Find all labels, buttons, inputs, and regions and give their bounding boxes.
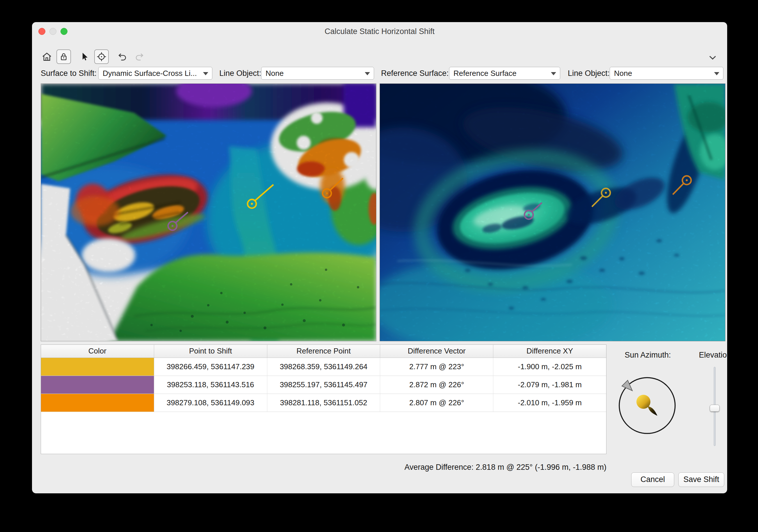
difference-vector-cell: 2.777 m @ 223°: [380, 358, 493, 376]
surface-to-shift-label: Surface to Shift:: [41, 67, 97, 80]
table-header-row: Color Point to Shift Reference Point Dif…: [41, 345, 606, 358]
points-table: Color Point to Shift Reference Point Dif…: [41, 345, 606, 454]
home-button[interactable]: [40, 50, 54, 64]
redo-icon: [134, 51, 145, 62]
cancel-button[interactable]: Cancel: [631, 472, 674, 487]
reference-surface-select[interactable]: Reference Surface: [449, 67, 560, 80]
elevation-label: Elevation:: [693, 350, 727, 360]
line-object-right-select[interactable]: None: [610, 67, 723, 80]
window-title: Calculate Static Horizontal Shift: [32, 22, 727, 41]
lock-icon: [58, 51, 69, 62]
redo-button: [132, 50, 147, 64]
reference-surface-value: Reference Surface: [454, 69, 517, 78]
sun-azimuth-label: Sun Azimuth:: [614, 350, 681, 360]
table-header-point-to-shift: Point to Shift: [154, 345, 267, 357]
dialog-window: Calculate Static Horizontal Shift: [32, 22, 727, 493]
difference-xy-cell: -2.010 m, -1.959 m: [493, 394, 606, 412]
line-object-left-label: Line Object:: [219, 67, 261, 80]
surface-to-shift-select[interactable]: Dynamic Surface-Cross Li...: [98, 67, 212, 80]
toolbar-collapse-button[interactable]: [706, 51, 719, 64]
chevron-down-icon: [551, 72, 556, 75]
surface-to-shift-value: Dynamic Surface-Cross Li...: [103, 69, 197, 78]
undo-icon: [117, 51, 128, 62]
point-to-shift-cell: 398253.118, 5361143.516: [154, 376, 267, 394]
titlebar: Calculate Static Horizontal Shift: [32, 22, 727, 41]
reference-point-cell: 398255.197, 5361145.497: [267, 376, 380, 394]
table-header-difference-xy: Difference XY: [493, 345, 606, 357]
bathymetry-image-left: [41, 84, 376, 341]
crosshair-icon: [96, 51, 107, 62]
cursor-icon: [80, 52, 89, 62]
home-icon: [41, 51, 52, 62]
table-header-reference-point: Reference Point: [267, 345, 380, 357]
lock-button[interactable]: [56, 50, 71, 64]
sun-azimuth-dial[interactable]: [611, 369, 683, 442]
elevation-slider-handle[interactable]: [710, 405, 720, 412]
chevron-down-icon: [707, 52, 718, 63]
table-header-color: Color: [41, 345, 154, 357]
select-button[interactable]: [77, 50, 92, 64]
reference-point-cell: 398268.359, 5361149.264: [267, 358, 380, 376]
point-to-shift-cell: 398266.459, 5361147.239: [154, 358, 267, 376]
color-swatch: [41, 358, 154, 376]
toolbar: [40, 50, 149, 64]
line-object-right-label: Line Object:: [568, 67, 610, 80]
save-shift-button[interactable]: Save Shift: [678, 472, 724, 487]
table-row[interactable]: 398253.118, 5361143.516 398255.197, 5361…: [41, 376, 606, 394]
reference-surface-label: Reference Surface:: [381, 67, 449, 80]
color-swatch: [41, 376, 154, 394]
difference-vector-cell: 2.807 m @ 226°: [380, 394, 493, 412]
crosshair-button[interactable]: [94, 50, 109, 64]
line-object-right-value: None: [614, 69, 632, 78]
chevron-down-icon: [203, 72, 208, 75]
reference-surface-view[interactable]: [380, 83, 725, 341]
table-header-difference-vector: Difference Vector: [380, 345, 493, 357]
undo-button[interactable]: [115, 50, 130, 64]
table-row[interactable]: 398266.459, 5361147.239 398268.359, 5361…: [41, 358, 606, 376]
bathymetry-image-right: [380, 84, 725, 341]
point-to-shift-cell: 398279.108, 5361149.093: [154, 394, 267, 412]
average-difference-text: Average Difference: 2.818 m @ 225° (-1.9…: [331, 463, 606, 472]
surface-to-shift-view[interactable]: [41, 83, 376, 341]
line-object-left-value: None: [265, 69, 284, 78]
color-swatch: [41, 394, 154, 412]
chevron-down-icon: [714, 72, 719, 75]
reference-point-cell: 398281.118, 5361151.052: [267, 394, 380, 412]
table-row[interactable]: 398279.108, 5361149.093 398281.118, 5361…: [41, 394, 606, 412]
line-object-left-select[interactable]: None: [261, 67, 374, 80]
chevron-down-icon: [365, 72, 370, 75]
difference-xy-cell: -2.079 m, -1.981 m: [493, 376, 606, 394]
difference-vector-cell: 2.872 m @ 226°: [380, 376, 493, 394]
difference-xy-cell: -1.900 m, -2.025 m: [493, 358, 606, 376]
